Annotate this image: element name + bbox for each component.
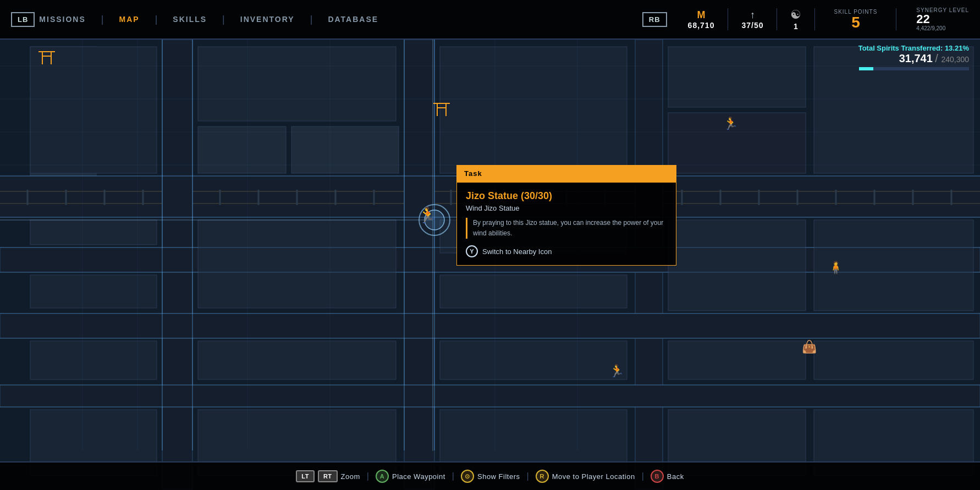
spirits-total: 240,300 <box>941 55 969 64</box>
svg-rect-47 <box>198 220 396 308</box>
move-control: R Move to Player Location <box>536 470 635 483</box>
rb-button[interactable]: RB <box>642 12 667 27</box>
stat-divider-1 <box>728 8 728 30</box>
filters-button[interactable]: ⊙ <box>461 470 474 483</box>
tooltip-category: Task <box>456 165 676 182</box>
money-icon: M <box>697 9 706 21</box>
top-nav: LB MISSIONS | MAP | SKILLS | INVENTORY |… <box>0 0 980 40</box>
svg-rect-54 <box>440 341 627 379</box>
money-stat: M 68,710 <box>688 9 715 30</box>
nav-skills[interactable]: SKILLS <box>173 15 207 24</box>
nav-map[interactable]: MAP <box>119 15 140 24</box>
svg-rect-46 <box>30 275 157 308</box>
b-button[interactable]: B <box>651 470 664 483</box>
svg-rect-45 <box>30 220 157 245</box>
spirits-divider: / <box>935 52 941 64</box>
separator-3: | <box>527 471 529 481</box>
zoom-label: Zoom <box>341 472 360 481</box>
lt-button[interactable]: LT <box>296 470 315 482</box>
spirits-transferred-label: Total Spirits Transferred: 13.21% <box>858 44 969 52</box>
svg-rect-41 <box>440 47 627 173</box>
synergy-sub: 4,422/9,200 <box>916 25 945 31</box>
tooltip-title: Jizo Statue (30/30) <box>466 190 667 202</box>
r-button[interactable]: R <box>536 470 549 483</box>
action-label: Switch to Nearby Icon <box>482 247 552 256</box>
synergy-group: SYNERGY LEVEL 22 4,422/9,200 <box>916 7 969 31</box>
svg-rect-40 <box>291 126 399 173</box>
separator-4: | <box>642 471 644 481</box>
arrow-icon: ↑ <box>750 9 755 21</box>
bag-icon: 👜 <box>802 340 817 354</box>
yinyang-stat: ☯ 1 <box>790 8 801 31</box>
action-button-y: Y <box>466 245 478 257</box>
bottom-bar: LT RT Zoom | A Place Waypoint | ⊙ Show F… <box>0 461 980 490</box>
nav-inventory[interactable]: INVENTORY <box>240 15 295 24</box>
svg-rect-35 <box>0 313 980 338</box>
svg-rect-49 <box>440 275 627 308</box>
separator-2: | <box>452 471 454 481</box>
player-icon: 🏃 <box>418 206 437 224</box>
nav-database[interactable]: DATABASE <box>328 15 378 24</box>
tooltip-popup: Task Jizo Statue (30/30) Wind Jizo Statu… <box>456 165 676 266</box>
filters-control: ⊙ Show Filters <box>461 470 520 483</box>
nav-sep-2: | <box>155 14 158 25</box>
back-control: B Back <box>651 470 684 483</box>
skill-points-group: SKILL POINTS 5 <box>834 9 877 30</box>
waypoint-label: Place Waypoint <box>392 472 445 481</box>
yinyang-value: 1 <box>794 22 799 31</box>
svg-rect-42 <box>668 47 806 107</box>
nav-sep-1: | <box>101 14 104 25</box>
figure-icon-2: 🏃 <box>609 364 624 378</box>
nav-missions[interactable]: MISSIONS <box>39 15 85 24</box>
tooltip-description: By praying to this Jizo statue, you can … <box>466 218 667 239</box>
back-label: Back <box>667 472 684 481</box>
waypoint-control: A Place Waypoint <box>376 470 445 483</box>
spirits-bar-fill <box>859 67 873 70</box>
svg-rect-53 <box>198 341 396 379</box>
spirits-count: 31,741 <box>899 52 933 64</box>
filters-label: Show Filters <box>477 472 520 481</box>
arrows-value: 37/50 <box>741 21 763 30</box>
svg-rect-38 <box>198 47 396 121</box>
tooltip-body: Jizo Statue (30/30) Wind Jizo Statue By … <box>456 182 676 266</box>
svg-rect-55 <box>668 341 806 379</box>
top-stats: M 68,710 ↑ 37/50 ☯ 1 SKILL POINTS 5 SYNE… <box>688 7 969 31</box>
rt-button[interactable]: RT <box>318 470 338 482</box>
money-value: 68,710 <box>688 21 715 30</box>
spirits-bar <box>859 67 969 70</box>
zoom-control: LT RT Zoom <box>296 470 360 482</box>
lb-button[interactable]: LB <box>11 12 35 27</box>
skill-points-value: 5 <box>851 15 860 30</box>
svg-rect-56 <box>814 341 973 379</box>
nav-items: MISSIONS | MAP | SKILLS | INVENTORY | DA… <box>39 14 642 25</box>
svg-rect-36 <box>0 385 980 407</box>
nav-sep-4: | <box>310 14 313 25</box>
tooltip-subtitle: Wind Jizo Statue <box>466 204 667 212</box>
svg-rect-39 <box>198 126 286 173</box>
torii-icon-1[interactable]: ⛩ <box>38 48 56 69</box>
figure-green-icon: 🧍 <box>828 261 843 275</box>
separator-1: | <box>367 471 369 481</box>
svg-rect-50 <box>668 220 806 311</box>
a-button[interactable]: A <box>376 470 389 483</box>
tooltip-action: Y Switch to Nearby Icon <box>466 245 667 257</box>
stat-divider-4 <box>896 8 896 30</box>
stat-divider-3 <box>814 8 815 30</box>
yinyang-icon: ☯ <box>790 8 801 22</box>
stat-divider-2 <box>777 8 777 30</box>
nav-sep-3: | <box>222 14 225 25</box>
torii-icon-2[interactable]: ⛩ <box>433 100 451 120</box>
figure-icon-1: 🏃 <box>723 117 738 131</box>
svg-rect-52 <box>30 341 157 379</box>
synergy-value: 22 <box>916 13 929 25</box>
move-label: Move to Player Location <box>552 472 635 481</box>
spirits-panel: Total Spirits Transferred: 13.21% 31,741… <box>858 44 969 70</box>
arrows-stat: ↑ 37/50 <box>741 9 763 30</box>
